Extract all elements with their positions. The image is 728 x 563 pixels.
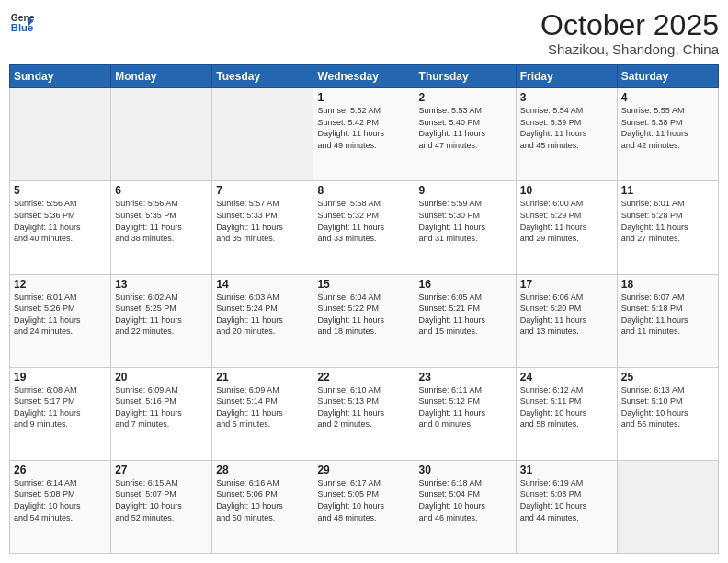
day-info: Sunrise: 6:18 AM Sunset: 5:04 PM Dayligh…	[419, 477, 512, 523]
calendar-cell: 19Sunrise: 6:08 AM Sunset: 5:17 PM Dayli…	[10, 367, 111, 460]
day-info: Sunrise: 6:11 AM Sunset: 5:12 PM Dayligh…	[419, 385, 512, 431]
day-info: Sunrise: 6:02 AM Sunset: 5:25 PM Dayligh…	[115, 292, 208, 338]
day-number: 26	[14, 464, 107, 477]
header-wednesday: Wednesday	[313, 65, 415, 88]
day-number: 21	[216, 371, 309, 384]
calendar-cell: 30Sunrise: 6:18 AM Sunset: 5:04 PM Dayli…	[415, 460, 516, 553]
calendar-cell: 16Sunrise: 6:05 AM Sunset: 5:21 PM Dayli…	[415, 274, 516, 367]
calendar-cell: 29Sunrise: 6:17 AM Sunset: 5:05 PM Dayli…	[313, 460, 415, 553]
header: General Blue October 2025 Shazikou, Shan…	[9, 9, 719, 57]
calendar-week-1: 5Sunrise: 5:56 AM Sunset: 5:36 PM Daylig…	[10, 181, 719, 274]
calendar-cell: 5Sunrise: 5:56 AM Sunset: 5:36 PM Daylig…	[10, 181, 111, 274]
day-info: Sunrise: 6:07 AM Sunset: 5:18 PM Dayligh…	[621, 292, 714, 338]
day-info: Sunrise: 5:56 AM Sunset: 5:36 PM Dayligh…	[14, 198, 107, 244]
calendar-cell: 22Sunrise: 6:10 AM Sunset: 5:13 PM Dayli…	[313, 367, 415, 460]
calendar-cell	[10, 88, 111, 181]
day-info: Sunrise: 6:09 AM Sunset: 5:14 PM Dayligh…	[216, 385, 309, 431]
calendar-cell: 24Sunrise: 6:12 AM Sunset: 5:11 PM Dayli…	[516, 367, 617, 460]
calendar-cell	[617, 460, 718, 553]
header-monday: Monday	[111, 65, 212, 88]
day-number: 18	[621, 278, 714, 291]
month-title: October 2025	[540, 9, 719, 41]
calendar-table: Sunday Monday Tuesday Wednesday Thursday…	[9, 64, 719, 554]
day-number: 8	[317, 184, 410, 197]
day-info: Sunrise: 6:19 AM Sunset: 5:03 PM Dayligh…	[520, 477, 613, 523]
calendar-cell	[212, 88, 313, 181]
logo-icon: General Blue	[9, 9, 35, 35]
calendar-cell: 31Sunrise: 6:19 AM Sunset: 5:03 PM Dayli…	[516, 460, 617, 553]
page: General Blue October 2025 Shazikou, Shan…	[0, 0, 728, 563]
day-number: 12	[14, 278, 107, 291]
day-info: Sunrise: 5:58 AM Sunset: 5:32 PM Dayligh…	[317, 198, 410, 244]
day-number: 1	[317, 91, 410, 104]
day-number: 3	[520, 91, 613, 104]
day-info: Sunrise: 6:13 AM Sunset: 5:10 PM Dayligh…	[621, 385, 714, 431]
day-number: 28	[216, 464, 309, 477]
day-info: Sunrise: 6:08 AM Sunset: 5:17 PM Dayligh…	[14, 385, 107, 431]
day-info: Sunrise: 5:54 AM Sunset: 5:39 PM Dayligh…	[520, 105, 613, 151]
day-info: Sunrise: 6:16 AM Sunset: 5:06 PM Dayligh…	[216, 477, 309, 523]
day-info: Sunrise: 6:09 AM Sunset: 5:16 PM Dayligh…	[115, 385, 208, 431]
calendar-cell: 25Sunrise: 6:13 AM Sunset: 5:10 PM Dayli…	[617, 367, 718, 460]
calendar-week-0: 1Sunrise: 5:52 AM Sunset: 5:42 PM Daylig…	[10, 88, 719, 181]
logo: General Blue	[9, 9, 35, 35]
day-number: 13	[115, 278, 208, 291]
calendar-week-3: 19Sunrise: 6:08 AM Sunset: 5:17 PM Dayli…	[10, 367, 719, 460]
calendar-header-row: Sunday Monday Tuesday Wednesday Thursday…	[10, 65, 719, 88]
day-number: 16	[419, 278, 512, 291]
day-info: Sunrise: 6:01 AM Sunset: 5:28 PM Dayligh…	[621, 198, 714, 244]
day-number: 20	[115, 371, 208, 384]
day-number: 25	[621, 371, 714, 384]
calendar-cell: 3Sunrise: 5:54 AM Sunset: 5:39 PM Daylig…	[516, 88, 617, 181]
calendar-cell: 14Sunrise: 6:03 AM Sunset: 5:24 PM Dayli…	[212, 274, 313, 367]
day-info: Sunrise: 6:14 AM Sunset: 5:08 PM Dayligh…	[14, 477, 107, 523]
calendar-cell: 8Sunrise: 5:58 AM Sunset: 5:32 PM Daylig…	[313, 181, 415, 274]
header-saturday: Saturday	[617, 65, 718, 88]
location: Shazikou, Shandong, China	[540, 41, 719, 57]
day-number: 10	[520, 184, 613, 197]
day-number: 11	[621, 184, 714, 197]
day-number: 6	[115, 184, 208, 197]
calendar-cell: 2Sunrise: 5:53 AM Sunset: 5:40 PM Daylig…	[415, 88, 516, 181]
calendar-cell: 21Sunrise: 6:09 AM Sunset: 5:14 PM Dayli…	[212, 367, 313, 460]
day-info: Sunrise: 6:01 AM Sunset: 5:26 PM Dayligh…	[14, 292, 107, 338]
day-info: Sunrise: 6:10 AM Sunset: 5:13 PM Dayligh…	[317, 385, 410, 431]
day-info: Sunrise: 6:00 AM Sunset: 5:29 PM Dayligh…	[520, 198, 613, 244]
day-number: 14	[216, 278, 309, 291]
day-number: 17	[520, 278, 613, 291]
calendar-cell: 23Sunrise: 6:11 AM Sunset: 5:12 PM Dayli…	[415, 367, 516, 460]
day-number: 24	[520, 371, 613, 384]
calendar-week-2: 12Sunrise: 6:01 AM Sunset: 5:26 PM Dayli…	[10, 274, 719, 367]
day-info: Sunrise: 5:53 AM Sunset: 5:40 PM Dayligh…	[419, 105, 512, 151]
day-number: 27	[115, 464, 208, 477]
calendar-cell: 7Sunrise: 5:57 AM Sunset: 5:33 PM Daylig…	[212, 181, 313, 274]
calendar-cell	[111, 88, 212, 181]
day-info: Sunrise: 5:59 AM Sunset: 5:30 PM Dayligh…	[419, 198, 512, 244]
header-sunday: Sunday	[10, 65, 111, 88]
calendar-cell: 6Sunrise: 5:56 AM Sunset: 5:35 PM Daylig…	[111, 181, 212, 274]
day-number: 4	[621, 91, 714, 104]
calendar-cell: 4Sunrise: 5:55 AM Sunset: 5:38 PM Daylig…	[617, 88, 718, 181]
day-info: Sunrise: 5:52 AM Sunset: 5:42 PM Dayligh…	[317, 105, 410, 151]
day-info: Sunrise: 6:04 AM Sunset: 5:22 PM Dayligh…	[317, 292, 410, 338]
day-number: 5	[14, 184, 107, 197]
calendar-cell: 20Sunrise: 6:09 AM Sunset: 5:16 PM Dayli…	[111, 367, 212, 460]
calendar-cell: 12Sunrise: 6:01 AM Sunset: 5:26 PM Dayli…	[10, 274, 111, 367]
calendar-cell: 26Sunrise: 6:14 AM Sunset: 5:08 PM Dayli…	[10, 460, 111, 553]
calendar-cell: 17Sunrise: 6:06 AM Sunset: 5:20 PM Dayli…	[516, 274, 617, 367]
day-info: Sunrise: 6:12 AM Sunset: 5:11 PM Dayligh…	[520, 385, 613, 431]
header-friday: Friday	[516, 65, 617, 88]
calendar-cell: 9Sunrise: 5:59 AM Sunset: 5:30 PM Daylig…	[415, 181, 516, 274]
day-number: 22	[317, 371, 410, 384]
day-number: 30	[419, 464, 512, 477]
day-info: Sunrise: 5:56 AM Sunset: 5:35 PM Dayligh…	[115, 198, 208, 244]
calendar-cell: 27Sunrise: 6:15 AM Sunset: 5:07 PM Dayli…	[111, 460, 212, 553]
calendar-cell: 10Sunrise: 6:00 AM Sunset: 5:29 PM Dayli…	[516, 181, 617, 274]
day-info: Sunrise: 5:57 AM Sunset: 5:33 PM Dayligh…	[216, 198, 309, 244]
day-number: 23	[419, 371, 512, 384]
calendar-cell: 15Sunrise: 6:04 AM Sunset: 5:22 PM Dayli…	[313, 274, 415, 367]
header-tuesday: Tuesday	[212, 65, 313, 88]
day-info: Sunrise: 6:15 AM Sunset: 5:07 PM Dayligh…	[115, 477, 208, 523]
day-number: 9	[419, 184, 512, 197]
day-number: 2	[419, 91, 512, 104]
